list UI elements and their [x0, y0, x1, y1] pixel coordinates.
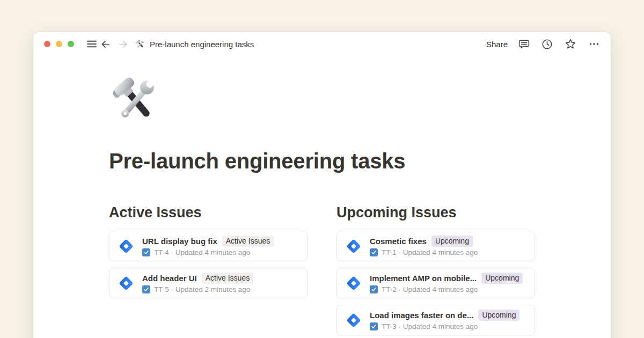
zoom-window-button[interactable] [68, 41, 74, 47]
breadcrumb-page-title: Pre-launch engineering tasks [150, 40, 254, 49]
issue-columns: Active Issues URL display bug fix Active… [109, 203, 535, 335]
issue-title: Implement AMP on mobile... [370, 274, 477, 283]
issue-status-tag: Upcoming [431, 236, 473, 247]
hamburger-icon [86, 38, 98, 50]
issue-card[interactable]: URL display bug fix Active Issues TT-4 ·… [109, 231, 308, 261]
page-title: Pre-launch engineering tasks [109, 149, 535, 173]
checkmark-icon [371, 324, 377, 329]
issue-meta: TT-5 · Updated 2 minutes ago [154, 285, 250, 293]
minimize-window-button[interactable] [56, 41, 62, 47]
column-heading: Upcoming Issues [336, 203, 535, 222]
issue-column: Active Issues URL display bug fix Active… [109, 203, 308, 335]
issue-card-body: Cosmetic fixes Upcoming TT-1 · Updated 4… [370, 236, 478, 256]
favorite-button[interactable] [564, 37, 577, 51]
issue-meta: TT-3 · Updated 4 minutes ago [382, 322, 478, 330]
jira-icon [345, 237, 363, 255]
checkmark-icon [371, 286, 377, 292]
issue-card[interactable]: Cosmetic fixes Upcoming TT-1 · Updated 4… [336, 231, 535, 261]
issue-title: Load images faster on de... [370, 311, 473, 320]
jira-icon [117, 274, 135, 292]
back-button[interactable] [99, 38, 112, 51]
issue-checkbox[interactable] [142, 285, 150, 293]
issue-card-body: Load images faster on de... Upcoming TT-… [370, 310, 519, 330]
issue-status-tag: Active Issues [222, 236, 274, 247]
clock-icon [541, 38, 553, 50]
window-titlebar: Pre-launch engineering tasks Share [33, 32, 611, 56]
checkmark-icon [371, 249, 377, 255]
comment-icon [518, 38, 530, 50]
issue-checkbox[interactable] [142, 248, 150, 256]
checkmark-icon [143, 286, 149, 292]
notion-window: Pre-launch engineering tasks Share [33, 32, 611, 338]
issue-column: Upcoming Issues Cosmetic fixes Upcoming … [336, 203, 535, 335]
issue-checkbox[interactable] [370, 322, 378, 330]
issue-card-body: Add header UI Active Issues TT-5 · Updat… [142, 273, 253, 293]
jira-icon [117, 237, 135, 255]
checkmark-icon [143, 249, 149, 255]
issue-card-body: URL display bug fix Active Issues TT-4 ·… [142, 236, 274, 256]
issue-title: Add header UI [142, 274, 197, 283]
issue-checkbox[interactable] [370, 248, 378, 256]
forward-arrow-icon [118, 39, 129, 50]
issue-status-tag: Active Issues [202, 273, 253, 284]
window-controls [44, 41, 74, 47]
hammer-and-wrench-page-icon[interactable] [110, 75, 162, 127]
issue-status-tag: Upcoming [478, 310, 519, 321]
card-list: URL display bug fix Active Issues TT-4 ·… [109, 231, 308, 298]
more-options-button[interactable] [587, 37, 601, 51]
issue-title: URL display bug fix [142, 237, 217, 246]
issue-meta: TT-4 · Updated 4 minutes ago [154, 248, 250, 256]
jira-icon [345, 274, 363, 292]
issue-card[interactable]: Implement AMP on mobile... Upcoming TT-2… [336, 268, 535, 298]
comments-button[interactable] [517, 38, 531, 51]
issue-meta: TT-2 · Updated 4 minutes ago [382, 285, 478, 293]
updates-button[interactable] [540, 38, 554, 51]
issue-meta: TT-1 · Updated 4 minutes ago [382, 248, 478, 256]
issue-checkbox[interactable] [370, 285, 378, 293]
card-list: Cosmetic fixes Upcoming TT-1 · Updated 4… [336, 231, 535, 335]
issue-card-body: Implement AMP on mobile... Upcoming TT-2… [370, 273, 523, 293]
issue-card[interactable]: Load images faster on de... Upcoming TT-… [336, 305, 535, 335]
ellipsis-icon [588, 38, 601, 50]
hammer-and-wrench-icon [135, 39, 145, 49]
issue-title: Cosmetic fixes [370, 237, 427, 246]
breadcrumb[interactable]: Pre-launch engineering tasks [135, 39, 254, 49]
share-button[interactable]: Share [486, 40, 508, 49]
jira-icon [345, 311, 363, 329]
sidebar-menu-button[interactable] [85, 37, 99, 51]
star-icon [564, 38, 577, 50]
issue-status-tag: Upcoming [481, 273, 523, 284]
page-content: Pre-launch engineering tasks Active Issu… [33, 75, 611, 335]
issue-card[interactable]: Add header UI Active Issues TT-5 · Updat… [109, 268, 308, 298]
close-window-button[interactable] [44, 41, 50, 47]
forward-button[interactable] [116, 38, 130, 51]
back-arrow-icon [100, 39, 111, 50]
column-heading: Active Issues [109, 203, 308, 222]
